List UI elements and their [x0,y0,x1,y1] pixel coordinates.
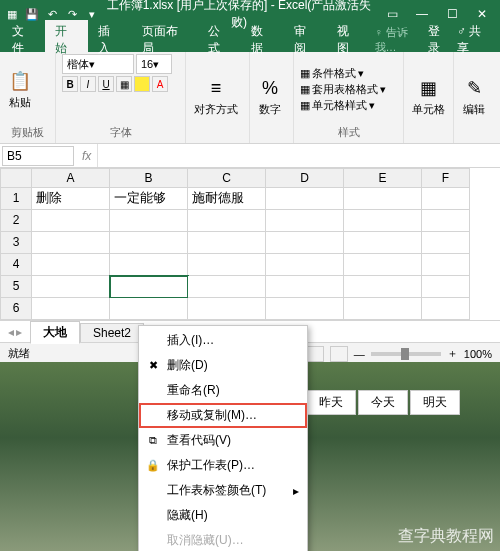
cell-F4[interactable] [422,254,470,276]
cell-F5[interactable] [422,276,470,298]
row-header-2[interactable]: 2 [0,210,32,232]
cell-A1[interactable]: 删除 [32,188,110,210]
cell-B2[interactable] [110,210,188,232]
overlay-tab-tomorrow[interactable]: 明天 [410,390,460,415]
alignment-button[interactable]: ≡ 对齐方式 [192,74,240,119]
col-header-B[interactable]: B [110,168,188,188]
ribbon-options-icon[interactable]: ▭ [378,4,406,24]
italic-button[interactable]: I [80,76,96,92]
col-header-E[interactable]: E [344,168,422,188]
name-box[interactable] [2,146,74,166]
select-all-corner[interactable] [0,168,32,188]
cell-B4[interactable] [110,254,188,276]
menu-protect[interactable]: 🔒保护工作表(P)… [139,453,307,478]
row-header-6[interactable]: 6 [0,298,32,320]
cell-C3[interactable] [188,232,266,254]
cell-E1[interactable] [344,188,422,210]
cell-A2[interactable] [32,210,110,232]
cell-D2[interactable] [266,210,344,232]
conditional-format-button[interactable]: ▦ 条件格式 ▾ [300,66,386,81]
cell-F3[interactable] [422,232,470,254]
cells-button[interactable]: ▦ 单元格 [410,74,447,119]
border-button[interactable]: ▦ [116,76,132,92]
font-size-select[interactable]: 16 ▾ [136,54,172,74]
minimize-icon[interactable]: ― [408,4,436,24]
cell-E2[interactable] [344,210,422,232]
col-header-C[interactable]: C [188,168,266,188]
cell-styles-button[interactable]: ▦ 单元格样式 ▾ [300,98,386,113]
sheet-tab-2[interactable]: Sheet2 [80,323,144,342]
zoom-in-button[interactable]: ＋ [447,346,458,361]
maximize-icon[interactable]: ☐ [438,4,466,24]
formula-bar[interactable] [97,144,500,167]
zoom-level[interactable]: 100% [464,348,492,360]
zoom-slider[interactable] [371,352,441,356]
sheet-tab-1[interactable]: 大地 [30,321,80,344]
menu-delete[interactable]: ✖删除(D) [139,353,307,378]
row-header-1[interactable]: 1 [0,188,32,210]
menu-unhide: 取消隐藏(U)… [139,528,307,551]
cell-D1[interactable] [266,188,344,210]
cell-F2[interactable] [422,210,470,232]
cell-B1[interactable]: 一定能够 [110,188,188,210]
cell-E6[interactable] [344,298,422,320]
menu-hide[interactable]: 隐藏(H) [139,503,307,528]
paste-button[interactable]: 📋 粘贴 [6,67,34,112]
sheet-nav-prev-icon[interactable]: ◂ [8,325,14,339]
sheet-nav-next-icon[interactable]: ▸ [16,325,22,339]
menu-move-copy[interactable]: 移动或复制(M)… [139,403,307,428]
cell-C1[interactable]: 施耐德服 [188,188,266,210]
cell-C6[interactable] [188,298,266,320]
cell-A5[interactable] [32,276,110,298]
fill-color-button[interactable] [134,76,150,92]
fx-icon[interactable]: fx [76,149,97,163]
menu-view-code[interactable]: ⧉查看代码(V) [139,428,307,453]
cell-D4[interactable] [266,254,344,276]
cell-F1[interactable] [422,188,470,210]
menu-insert[interactable]: 插入(I)… [139,328,307,353]
cell-A6[interactable] [32,298,110,320]
col-header-F[interactable]: F [422,168,470,188]
number-button[interactable]: % 数字 [256,74,284,119]
font-color-button[interactable]: A [152,76,168,92]
cell-E3[interactable] [344,232,422,254]
view-layout-button[interactable] [306,346,324,362]
menu-tab-color[interactable]: 工作表标签颜色(T)▸ [139,478,307,503]
zoom-out-button[interactable]: ― [354,348,365,360]
overlay-tab-today[interactable]: 今天 [358,390,408,415]
close-icon[interactable]: ✕ [468,4,496,24]
col-header-D[interactable]: D [266,168,344,188]
row-header-3[interactable]: 3 [0,232,32,254]
cell-C2[interactable] [188,210,266,232]
cell-A4[interactable] [32,254,110,276]
sheet-context-menu: 插入(I)… ✖删除(D) 重命名(R) 移动或复制(M)… ⧉查看代码(V) … [138,325,308,551]
cell-D3[interactable] [266,232,344,254]
row-header-4[interactable]: 4 [0,254,32,276]
cell-C5[interactable] [188,276,266,298]
table-format-button[interactable]: ▦ 套用表格格式 ▾ [300,82,386,97]
editing-button[interactable]: ✎ 编辑 [460,74,488,119]
row-header-5[interactable]: 5 [0,276,32,298]
cell-C4[interactable] [188,254,266,276]
cell-A3[interactable] [32,232,110,254]
bold-button[interactable]: B [62,76,78,92]
edit-icon: ✎ [462,76,486,100]
cell-B3[interactable] [110,232,188,254]
cell-F6[interactable] [422,298,470,320]
cell-D5[interactable] [266,276,344,298]
view-break-button[interactable] [330,346,348,362]
cell-D6[interactable] [266,298,344,320]
underline-button[interactable]: U [98,76,114,92]
overlay-tabs: 昨天 今天 明天 [306,390,460,415]
lock-icon: 🔒 [145,458,161,474]
cell-B5[interactable] [110,276,188,298]
tellme-search[interactable]: ♀ 告诉我… [375,25,428,55]
menu-rename[interactable]: 重命名(R) [139,378,307,403]
col-header-A[interactable]: A [32,168,110,188]
font-name-select[interactable]: 楷体 ▾ [62,54,134,74]
cell-B6[interactable] [110,298,188,320]
cell-E4[interactable] [344,254,422,276]
cell-E5[interactable] [344,276,422,298]
status-ready: 就绪 [8,346,30,361]
overlay-tab-yesterday[interactable]: 昨天 [306,390,356,415]
